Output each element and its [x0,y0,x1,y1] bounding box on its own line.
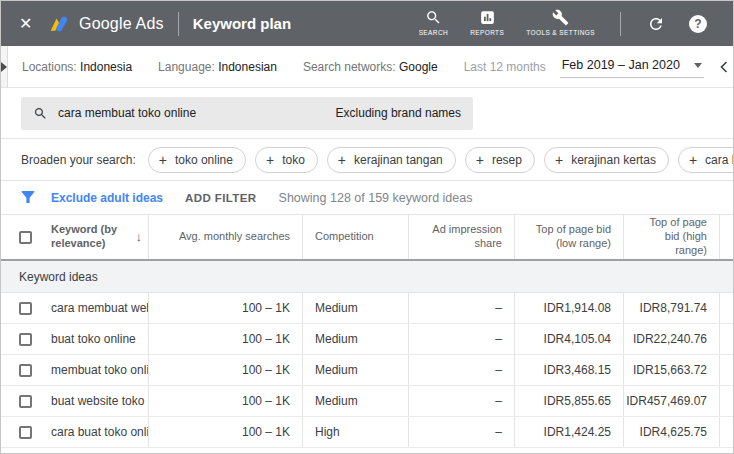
plus-icon: + [555,152,563,168]
broaden-keyword-chip[interactable]: + kerajinan kertas [544,147,669,173]
low-bid-cell: IDR5,855.65 [515,386,624,416]
keyword-cell: buat toko online [39,324,149,354]
results-count-text: Showing 128 of 159 keyword ideas [279,191,473,205]
reports-action-button[interactable]: REPORTS [470,9,504,37]
filter-funnel-icon[interactable] [21,191,35,204]
row-checkbox[interactable] [19,302,32,315]
expand-arrow-icon [1,62,7,72]
broaden-keyword-chip[interactable]: + kerajinan tangan [327,147,456,173]
top-app-bar: ✕ Google Ads Keyword plan SEARCH REPOR [1,1,733,46]
high-bid-cell: IDR8,791.74 [624,293,720,323]
high-bid-cell: IDR4,625.75 [624,417,720,447]
broaden-keyword-chip[interactable]: + toko [255,147,318,173]
chevron-down-icon [694,63,702,68]
keyword-table-row[interactable]: buat toko online 100 – 1K Medium – IDR4,… [1,324,733,355]
topbar-divider [178,12,179,36]
ad-share-cell: – [409,417,515,447]
column-header-keyword[interactable]: Keyword (by relevance) ↓ [39,215,149,259]
plus-icon: + [476,152,484,168]
plus-icon: + [689,152,697,168]
searches-cell: 100 – 1K [149,293,303,323]
searches-cell: 100 – 1K [149,355,303,385]
competition-cell: High [303,417,409,447]
ad-share-cell: – [409,355,515,385]
keyword-table-row[interactable]: cara buat toko online 100 – 1K High – ID… [1,417,733,448]
keyword-plan-window: ✕ Google Ads Keyword plan SEARCH REPOR [0,0,734,454]
row-checkbox[interactable] [19,364,32,377]
broaden-label: Broaden your search: [21,153,136,167]
search-icon [425,9,442,26]
column-header-competition[interactable]: Competition [303,215,409,259]
locations-setting[interactable]: Locations: Indonesia [22,60,132,74]
keyword-cell: membuat toko online [39,355,149,385]
row-checkbox[interactable] [19,426,32,439]
previous-period-button[interactable] [720,61,728,73]
plus-icon: + [159,152,167,168]
searches-cell: 100 – 1K [149,324,303,354]
broaden-keyword-chip[interactable]: + toko online [148,147,246,173]
date-preset-label: Last 12 months [464,60,546,74]
keyword-ideas-section-header: Keyword ideas [1,261,733,293]
keyword-cell: cara buat toko online [39,417,149,447]
brand-name: Google Ads [79,15,164,33]
exclude-adult-ideas-link[interactable]: Exclude adult ideas [51,191,163,205]
low-bid-cell: IDR3,468.15 [515,355,624,385]
keyword-table-body: cara membuat websi… 100 – 1K Medium – ID… [1,293,733,448]
ad-share-cell: – [409,386,515,416]
column-header-ad-impression-share[interactable]: Ad impression share [409,215,515,259]
sort-descending-icon[interactable]: ↓ [136,229,143,245]
column-header-high-bid[interactable]: Top of page bid (high range) [624,215,720,259]
search-icon [33,106,48,121]
ad-share-cell: – [409,324,515,354]
keyword-table-row[interactable]: membuat toko online 100 – 1K Medium – ID… [1,355,733,386]
filter-bar: Exclude adult ideas ADD FILTER Showing 1… [1,181,733,215]
broaden-search-bar: Broaden your search: + toko online + tok… [1,138,733,181]
page-title: Keyword plan [193,15,291,32]
column-header-searches[interactable]: Avg. monthly searches [149,215,303,259]
select-all-checkbox[interactable] [19,231,32,244]
brand-exclusion-label[interactable]: Excluding brand names [336,106,461,120]
keyword-cell: buat website toko onl… [39,386,149,416]
keyword-table-row[interactable]: cara membuat websi… 100 – 1K Medium – ID… [1,293,733,324]
competition-cell: Medium [303,324,409,354]
ad-share-cell: – [409,293,515,323]
high-bid-cell: IDR22,240.76 [624,324,720,354]
google-ads-logo-icon [49,14,71,34]
keyword-search-input[interactable]: cara membuat toko online Excluding brand… [21,97,473,130]
tools-settings-action-button[interactable]: TOOLS & SETTINGS [526,9,595,37]
column-header-low-bid[interactable]: Top of page bid (low range) [515,215,624,259]
searches-cell: 100 – 1K [149,386,303,416]
low-bid-cell: IDR1,914.08 [515,293,624,323]
plan-settings-toolbar: Locations: Indonesia Language: Indonesia… [1,46,733,88]
broaden-keyword-chip[interactable]: + resep [465,147,535,173]
search-query-text: cara membuat toko online [58,106,336,120]
plus-icon: + [338,152,346,168]
high-bid-cell: IDR457,469.07 [624,386,720,416]
keyword-table-row[interactable]: buat website toko onl… 100 – 1K Medium –… [1,386,733,417]
row-checkbox[interactable] [19,333,32,346]
high-bid-cell: IDR15,663.72 [624,355,720,385]
add-filter-button[interactable]: ADD FILTER [185,192,257,204]
reports-icon [479,9,496,26]
topbar-divider [620,12,621,36]
low-bid-cell: IDR4,105.04 [515,324,624,354]
low-bid-cell: IDR1,424.25 [515,417,624,447]
plus-icon: + [266,152,274,168]
search-networks-setting[interactable]: Search networks: Google [303,60,438,74]
language-setting[interactable]: Language: Indonesian [158,60,277,74]
expand-panel-button[interactable] [1,46,8,87]
searches-cell: 100 – 1K [149,417,303,447]
wrench-icon [552,9,569,26]
broaden-keyword-chip[interactable]: + cara buat toko online [678,147,734,173]
competition-cell: Medium [303,386,409,416]
row-checkbox[interactable] [19,395,32,408]
refresh-icon[interactable] [643,15,669,33]
help-icon[interactable]: ? [685,15,711,33]
date-range-dropdown[interactable]: Feb 2019 – Jan 2020 [560,55,704,78]
competition-cell: Medium [303,355,409,385]
keyword-cell: cara membuat websi… [39,293,149,323]
close-icon[interactable]: ✕ [19,14,41,33]
keyword-search-row: cara membuat toko online Excluding brand… [1,88,733,138]
competition-cell: Medium [303,293,409,323]
search-action-button[interactable]: SEARCH [419,9,449,37]
